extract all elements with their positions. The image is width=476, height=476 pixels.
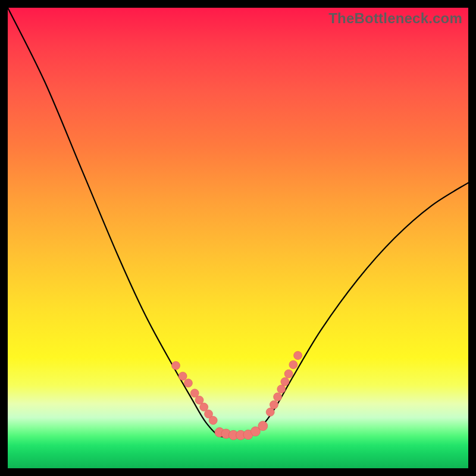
chart-frame: TheBottleneck.com <box>8 8 468 468</box>
data-marker <box>284 369 293 378</box>
data-marker <box>184 379 192 387</box>
data-marker <box>266 408 274 416</box>
data-marker <box>294 351 302 359</box>
data-marker <box>277 385 286 393</box>
data-marker <box>281 378 289 386</box>
bottleneck-curve <box>8 8 468 437</box>
data-marker <box>270 400 278 409</box>
watermark-text: TheBottleneck.com <box>328 10 462 27</box>
data-marker <box>258 421 268 431</box>
data-marker <box>190 389 199 397</box>
data-marker <box>209 416 217 425</box>
chart-svg <box>8 8 468 468</box>
data-marker <box>289 361 298 369</box>
data-marker <box>195 396 203 404</box>
data-marker <box>172 361 180 369</box>
data-marker <box>274 393 282 401</box>
data-marker <box>200 403 208 411</box>
data-marker <box>178 372 187 380</box>
